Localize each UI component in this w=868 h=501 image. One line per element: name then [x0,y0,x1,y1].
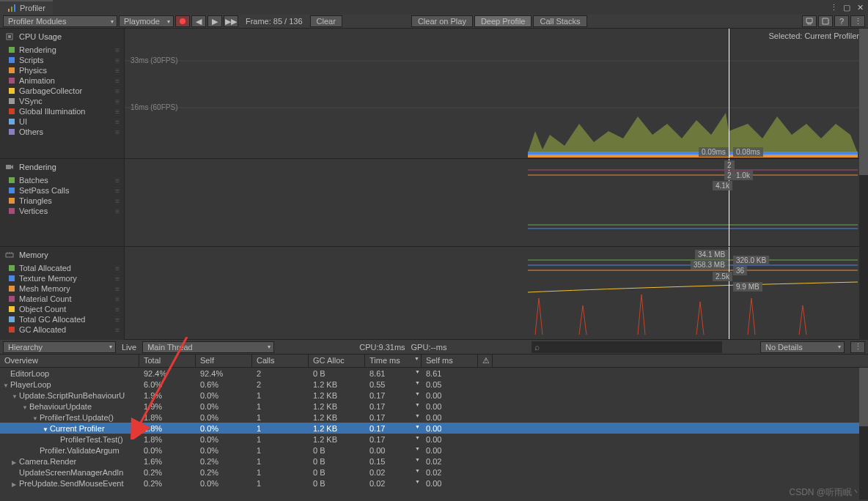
drag-handle-icon[interactable]: ≡ [115,285,119,293]
memory-icon [4,250,15,260]
next-frame-button[interactable]: ▶ [207,15,222,27]
table-row[interactable]: EditorLoop92.4%92.4%20 B8.618.61 [0,368,868,379]
category-label: Object Count [19,305,66,313]
frame-cursor[interactable] [729,29,729,158]
drag-handle-icon[interactable]: ≡ [115,187,119,195]
watermark: CSDN @听雨眠丶 [789,486,861,499]
drag-handle-icon[interactable]: ≡ [115,197,119,205]
category-item[interactable]: GarbageCollector≡ [0,86,124,96]
drag-handle-icon[interactable]: ≡ [115,275,119,283]
category-item[interactable]: Others≡ [0,127,124,137]
table-row[interactable]: ▼Current Profiler1.8%0.0%11.2 KB0.170.00 [0,423,868,434]
deep-profile-button[interactable]: Deep Profile [474,15,532,27]
panel-menu-button[interactable]: ⋮ [850,341,865,353]
rendering-header[interactable]: Rendering [0,159,124,175]
rendering-chart[interactable]: 2 2 1.0k 4.1k [125,159,868,247]
category-item[interactable]: Rendering≡ [0,45,124,55]
table-row[interactable]: UpdateScreenManagerAndIn0.2%0.2%10 B0.02… [0,467,868,478]
drag-handle-icon[interactable]: ≡ [115,177,119,185]
header-self[interactable]: Self [196,355,252,367]
memory-section[interactable]: Memory Total Allocated≡Texture Memory≡Me… [0,247,124,340]
drag-handle-icon[interactable]: ≡ [115,264,119,272]
clear-on-play-button[interactable]: Clear on Play [411,15,473,27]
drag-handle-icon[interactable]: ≡ [115,108,119,116]
tree-scrollbar[interactable] [859,368,868,500]
category-item[interactable]: Object Count≡ [0,304,124,314]
thread-dropdown[interactable]: Main Thread [142,341,274,353]
hierarchy-dropdown[interactable]: Hierarchy [3,341,116,353]
header-time[interactable]: Time ms [365,355,422,367]
cpu-chart[interactable]: 33ms (30FPS) 16ms (60FPS) 0.09ms 0.08ms [125,29,868,159]
drag-handle-icon[interactable]: ≡ [115,67,119,75]
save-button[interactable] [818,15,833,27]
category-item[interactable]: GC Allocated≡ [0,324,124,335]
help-button[interactable]: ? [834,15,849,27]
drag-handle-icon[interactable]: ≡ [115,316,119,324]
drag-handle-icon[interactable]: ≡ [115,326,119,334]
category-item[interactable]: Vertices≡ [0,206,124,216]
category-item[interactable]: Animation≡ [0,75,124,86]
drag-handle-icon[interactable]: ≡ [115,77,119,85]
prev-frame-button[interactable]: ◀ [191,15,206,27]
category-item[interactable]: SetPass Calls≡ [0,185,124,196]
category-item[interactable]: VSync≡ [0,96,124,106]
drag-handle-icon[interactable]: ≡ [115,56,119,64]
drag-handle-icon[interactable]: ≡ [115,87,119,95]
header-warning[interactable]: ⚠ [478,355,493,367]
chart-scrollbar[interactable] [859,29,868,340]
table-row[interactable]: ▶Camera.Render1.6%0.2%10 B0.150.02 [0,456,868,467]
rendering-section[interactable]: Rendering Batches≡SetPass Calls≡Triangle… [0,159,124,247]
clear-button[interactable]: Clear [310,15,342,27]
category-item[interactable]: Total Allocated≡ [0,263,124,273]
category-item[interactable]: UI≡ [0,116,124,127]
memory-header[interactable]: Memory [0,247,124,263]
table-row[interactable]: Profiler.ValidateArgum0.0%0.0%10 B0.000.… [0,445,868,456]
profiler-modules-dropdown[interactable]: Profiler Modules [3,15,117,27]
details-dropdown[interactable]: No Details [760,341,845,353]
category-item[interactable]: Total GC Allocated≡ [0,314,124,324]
category-item[interactable]: Scripts≡ [0,55,124,65]
category-item[interactable]: Material Count≡ [0,294,124,304]
table-row[interactable]: ▼Update.ScriptRunBehaviourU1.9%0.0%11.2 … [0,390,868,401]
header-calls[interactable]: Calls [252,355,309,367]
drag-handle-icon[interactable]: ≡ [115,305,119,313]
close-icon[interactable]: ✕ [855,2,865,12]
frame-cursor[interactable] [729,247,729,339]
playmode-dropdown[interactable]: Playmode [119,15,174,27]
category-item[interactable]: Physics≡ [0,65,124,75]
table-row[interactable]: ▼ProfilerTest.Update()1.8%0.0%11.2 KB0.1… [0,412,868,423]
header-selfms[interactable]: Self ms [422,355,478,367]
menu-icon[interactable]: ⋮ [828,2,839,12]
header-overview[interactable]: Overview [0,355,139,367]
memory-chart[interactable]: 34.1 MB 358.3 MB 2.5k 326.0 KB 36 9.9 MB [125,247,868,340]
search-input[interactable] [532,341,722,353]
category-item[interactable]: Texture Memory≡ [0,273,124,283]
cpu-section[interactable]: CPU Usage Rendering≡Scripts≡Physics≡Anim… [0,29,124,159]
profiler-tab[interactable]: Profiler [0,0,53,15]
record-button[interactable] [175,15,190,27]
context-menu-button[interactable]: ⋮ [850,15,865,27]
category-item[interactable]: Batches≡ [0,175,124,185]
header-total[interactable]: Total [139,355,196,367]
maximize-icon[interactable]: ▢ [842,2,852,12]
cpu-header[interactable]: CPU Usage [0,29,124,45]
current-frame-button[interactable]: ▶▶ [224,15,238,27]
call-stacks-button[interactable]: Call Stacks [533,15,586,27]
drag-handle-icon[interactable]: ≡ [115,46,119,54]
charts-area[interactable]: Selected: Current Profiler 33ms (30FPS) … [125,29,868,340]
category-item[interactable]: Triangles≡ [0,196,124,206]
load-button[interactable] [802,15,817,27]
table-row[interactable]: ▼BehaviourUpdate1.9%0.0%11.2 KB0.170.00 [0,401,868,412]
drag-handle-icon[interactable]: ≡ [115,118,119,126]
table-row[interactable]: ▶PreUpdate.SendMouseEvent0.2%0.0%10 B0.0… [0,478,868,489]
drag-handle-icon[interactable]: ≡ [115,128,119,136]
category-item[interactable]: Mesh Memory≡ [0,283,124,294]
table-row[interactable]: ProfilerTest.Test()1.8%0.0%11.2 KB0.170.… [0,434,868,445]
header-gc[interactable]: GC Alloc [309,355,365,367]
drag-handle-icon[interactable]: ≡ [115,97,119,105]
drag-handle-icon[interactable]: ≡ [115,295,119,303]
category-item[interactable]: Global Illumination≡ [0,106,124,116]
drag-handle-icon[interactable]: ≡ [115,207,119,215]
hierarchy-tree[interactable]: EditorLoop92.4%92.4%20 B8.618.61▼PlayerL… [0,368,868,501]
table-row[interactable]: ▼PlayerLoop6.0%0.6%21.2 KB0.550.05 [0,379,868,390]
